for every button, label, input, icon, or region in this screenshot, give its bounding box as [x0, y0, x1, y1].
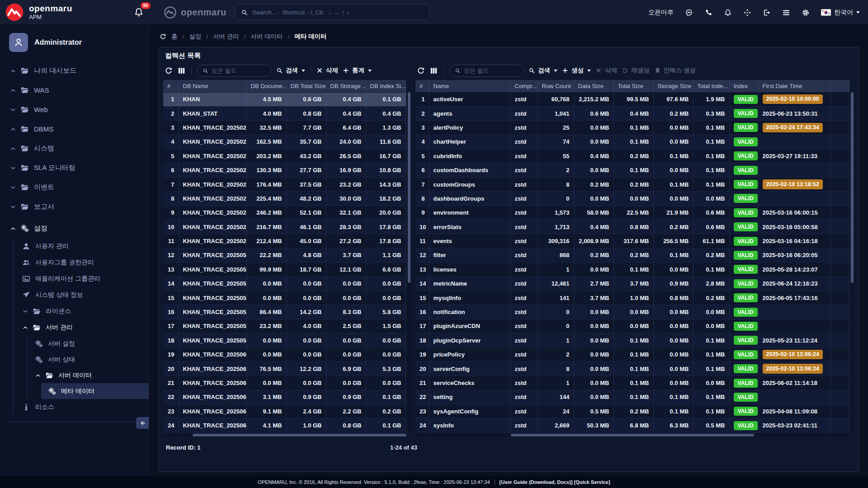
db-row[interactable]: 1KHAN4.5 MB0.6 GB0.4 GB0.1 GB: [163, 92, 406, 106]
footer-links[interactable]: [User Guide (Download, Docs)] [Quick Ser…: [500, 479, 610, 485]
collection-row[interactable]: 1activeUserzstd60,7682,215.2 MB99.5 MB97…: [415, 92, 849, 106]
db-row[interactable]: 10KHAN_TRACE_20250217216.7 MB46.1 GB28.3…: [163, 220, 406, 234]
db-row[interactable]: 12KHAN_TRACE_2025052522.2 MB4.8 GB3.7 GB…: [163, 248, 406, 262]
collection-row[interactable]: 20serverConfigzstd80.0 MB0.1 MB0.0 MB0.1…: [415, 361, 849, 375]
bell-icon[interactable]: [724, 9, 732, 17]
sidebar-item[interactable]: Web: [0, 100, 149, 119]
collection-row[interactable]: 9environmentzstd1,57358.0 MB22.5 MB21.9 …: [415, 206, 849, 220]
breadcrumb-link[interactable]: 설정: [189, 33, 201, 41]
db-row[interactable]: 18KHAN_TRACE_202505310.0 MB0.0 GB0.0 GB0…: [163, 333, 406, 347]
global-search[interactable]: [235, 5, 429, 20]
db-row[interactable]: 14KHAN_TRACE_202505270.0 MB0.0 GB0.0 GB0…: [163, 277, 406, 291]
db-row[interactable]: 16KHAN_TRACE_2025052986.4 MB14.2 GB8.3 G…: [163, 305, 406, 319]
sidebar-item[interactable]: 설정: [0, 219, 149, 238]
db-search-button[interactable]: 검색: [276, 66, 305, 75]
db-row[interactable]: 6KHAN_TRACE_20250213130.3 MB27.7 GB16.9 …: [163, 163, 406, 177]
db-row[interactable]: 2KHAN_STAT4.0 MB0.8 GB0.4 GB0.4 GB: [163, 106, 406, 120]
collection-row[interactable]: 5cubridInfozstd550.4 MB0.2 MB0.1 MB0.1 M…: [415, 149, 849, 163]
refresh-icon[interactable]: [416, 66, 425, 75]
phone-icon[interactable]: [704, 9, 712, 17]
menu-icon[interactable]: [782, 9, 790, 17]
language-selector[interactable]: 한국어: [821, 9, 860, 17]
collection-row[interactable]: 13licenseszstd10.0 MB0.1 MB0.0 MB0.1 MBV…: [415, 263, 849, 277]
global-search-input[interactable]: [252, 9, 424, 16]
db-search-field[interactable]: [197, 65, 272, 77]
column-header[interactable]: Total Inde...: [693, 80, 729, 92]
logout-icon[interactable]: [763, 9, 771, 17]
column-header[interactable]: Index: [729, 80, 758, 92]
create-button[interactable]: 생성: [562, 66, 591, 75]
db-delete-button[interactable]: 삭제: [316, 66, 338, 75]
db-row[interactable]: 21KHAN_TRACE_202506030.0 MB0.0 GB0.0 GB0…: [163, 376, 406, 390]
collection-row[interactable]: 24sysInfozstd2,66950.3 MB6.8 MB6.3 MB0.5…: [415, 418, 849, 432]
db-row[interactable]: 15KHAN_TRACE_202505280.0 MB0.0 GB0.0 GB0…: [163, 291, 406, 305]
sidebar-item[interactable]: 이벤트: [0, 178, 149, 197]
sidebar-item[interactable]: 사용자 관리: [13, 238, 149, 254]
collection-row[interactable]: 7customGroupszstd80.2 MB0.2 MB0.1 MB0.1 …: [415, 177, 849, 191]
db-row[interactable]: 13KHAN_TRACE_2025052699.9 MB18.7 GB12.1 …: [163, 263, 406, 277]
vertical-scrollbar[interactable]: [407, 92, 411, 433]
scrollbar-thumb[interactable]: [511, 434, 754, 436]
horizontal-scrollbar[interactable]: [415, 433, 849, 437]
sidebar-item[interactable]: 시스템: [0, 139, 149, 158]
user-profile[interactable]: Administrator: [0, 25, 149, 56]
sidebar-item[interactable]: 애플리케이션 그룹관리: [13, 271, 149, 287]
db-search-input[interactable]: [212, 67, 266, 74]
collection-row[interactable]: 23sysAgentConfigzstd240.5 MB0.2 MB0.1 MB…: [415, 404, 849, 418]
collection-row[interactable]: 2agentszstd1,0410.6 MB0.4 MB0.2 MB0.3 MB…: [415, 106, 849, 120]
collection-row[interactable]: 11eventszstd309,3162,008.9 MB317.6 MB256…: [415, 234, 849, 248]
sidebar-item[interactable]: 서버 관리: [13, 319, 149, 336]
collection-row[interactable]: 15mysqlInfozstd1413.7 MB1.0 MB0.8 MB0.2 …: [415, 291, 849, 305]
horizontal-scrollbar[interactable]: [163, 433, 406, 437]
sidebar-collapse-button[interactable]: [136, 417, 149, 429]
column-header[interactable]: DB Name: [179, 80, 246, 92]
collection-row[interactable]: 8dashboardGroupszstd00.0 MB0.0 MB0.0 MB0…: [415, 192, 849, 206]
db-row[interactable]: 9KHAN_TRACE_20250216246.2 MB52.1 GB32.1 …: [163, 206, 406, 220]
column-header[interactable]: DB Storage ...: [326, 80, 366, 92]
vertical-scrollbar[interactable]: [850, 92, 854, 433]
column-header[interactable]: Name: [429, 80, 510, 92]
collection-row[interactable]: 17pluginAzureCDNzstd00.0 MB0.0 MB0.0 MB0…: [415, 319, 849, 333]
collection-row[interactable]: 16notificationzstd00.0 MB0.0 MB0.0 MB0.0…: [415, 305, 849, 319]
openmaru-chat-icon[interactable]: [685, 9, 693, 17]
collection-search-button[interactable]: 검색: [528, 66, 557, 75]
collection-row[interactable]: 10errorStatszstd1,7130.4 MB0.8 MB0.2 MB0…: [415, 220, 849, 234]
breadcrumb-link[interactable]: 서버 데이터: [251, 33, 283, 41]
delete-button[interactable]: 삭제: [595, 66, 617, 75]
sidebar-item[interactable]: WAS: [0, 80, 149, 100]
collection-row[interactable]: 18pluginOcpServerzstd10.0 MB0.1 MB0.0 MB…: [415, 333, 849, 347]
column-header[interactable]: #: [415, 80, 429, 92]
db-row[interactable]: 24KHAN_TRACE_202506064.1 MB1.0 GB0.8 GB0…: [163, 418, 406, 432]
scrollbar-thumb[interactable]: [193, 434, 406, 436]
collection-search-field[interactable]: [449, 65, 524, 77]
column-header[interactable]: Storage Size: [653, 80, 693, 92]
db-row[interactable]: 7KHAN_TRACE_20250214176.4 MB37.5 GB23.2 …: [163, 177, 406, 191]
sidebar-item[interactable]: 서버 상태: [28, 352, 149, 367]
collection-row[interactable]: 4chartHelperzstd740.0 MB0.1 MB0.0 MB0.1 …: [415, 135, 849, 149]
sidebar-item[interactable]: 사용자그룹 권한관리: [13, 254, 149, 271]
db-row[interactable]: 19KHAN_TRACE_202506010.0 MB0.0 GB0.0 GB0…: [163, 347, 406, 361]
column-header[interactable]: DB Total Size: [286, 80, 326, 92]
collection-row[interactable]: 3alertPolicyzstd250.0 MB0.1 MB0.0 MB0.1 …: [415, 121, 849, 135]
columns-icon[interactable]: [429, 66, 438, 75]
db-row[interactable]: 20KHAN_TRACE_2025060276.5 MB12.2 GB6.9 G…: [163, 361, 406, 375]
collection-row[interactable]: 19pricePolicyzstd20.0 MB0.1 MB0.0 MB0.1 …: [415, 347, 849, 361]
db-row[interactable]: 22KHAN_TRACE_202506043.1 MB0.9 GB0.9 GB0…: [163, 390, 406, 404]
sidebar-item[interactable]: 리소스: [13, 399, 149, 415]
refresh-icon[interactable]: [159, 33, 166, 40]
breadcrumb-link[interactable]: 홈: [171, 33, 178, 41]
scrollbar-thumb[interactable]: [408, 92, 410, 283]
db-row[interactable]: 3KHAN_TRACE_2025021032.5 MB7.7 GB6.4 GB1…: [163, 121, 406, 135]
db-row[interactable]: 11KHAN_TRACE_20250218212.4 MB45.0 GB27.2…: [163, 234, 406, 248]
db-row[interactable]: 5KHAN_TRACE_20250212203.2 MB43.2 GB26.5 …: [163, 149, 406, 163]
sidebar-item[interactable]: 메타 데이터: [42, 383, 149, 399]
collection-row[interactable]: 21serviceCheckszstd10.0 MB0.1 MB0.0 MB0.…: [415, 376, 849, 390]
sidebar-item[interactable]: DBMS: [0, 119, 149, 139]
fullscreen-icon[interactable]: [743, 9, 751, 17]
breadcrumb-link[interactable]: 서버 관리: [213, 33, 239, 41]
column-header[interactable]: Row Count: [538, 80, 574, 92]
db-row[interactable]: 17KHAN_TRACE_2025053023.2 MB4.0 GB2.5 GB…: [163, 319, 406, 333]
sidebar-item[interactable]: 라이센스: [13, 303, 149, 319]
column-header[interactable]: Compr...: [510, 80, 538, 92]
gear-icon[interactable]: [802, 9, 810, 17]
